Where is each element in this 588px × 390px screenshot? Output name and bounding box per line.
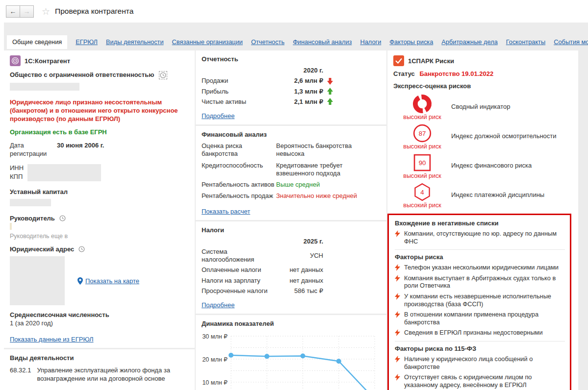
taxes-more-link[interactable]: Подробнее bbox=[202, 301, 234, 309]
history-clock-icon[interactable] bbox=[59, 215, 66, 221]
forward-arrow-icon: → bbox=[24, 7, 30, 15]
lightning-icon bbox=[395, 230, 400, 237]
inn-label: ИНН bbox=[10, 164, 24, 171]
tax-row-label: Налоги на зарплату bbox=[202, 277, 276, 285]
risk-level-text: высокий риск bbox=[403, 114, 441, 121]
reporting-year: 2020 г. bbox=[276, 67, 323, 74]
tax-row: Оплаченные налоги нет данных bbox=[202, 266, 381, 274]
fin-row-value: Выше средней bbox=[276, 181, 381, 189]
lightning-icon bbox=[395, 264, 400, 271]
card-dynamics: Динамика показателей 30 млн ₽20 млн ₽10 … bbox=[196, 315, 386, 390]
tab-link[interactable]: Связанные организации bbox=[172, 38, 243, 49]
tab-link[interactable]: Факторы риска bbox=[389, 38, 433, 49]
activity-description: Управление эксплуатацией жилого фонда за… bbox=[37, 366, 189, 383]
taxes-year: 2025 г. bbox=[276, 238, 323, 245]
reporting-row-label: Продажи bbox=[202, 77, 276, 85]
lightning-icon bbox=[395, 275, 400, 282]
indicator-summary: высокий риск Сводный индикатор bbox=[393, 93, 572, 121]
middle-column: Отчетность 2020 г. Продажи 2,6 млн ₽ При… bbox=[196, 50, 386, 390]
lightning-icon bbox=[395, 293, 400, 300]
risk-factors-115-title: Факторы риска по 115-ФЗ bbox=[395, 345, 565, 352]
lightning-icon bbox=[395, 329, 400, 336]
svg-text:90: 90 bbox=[419, 159, 426, 167]
show-calc-link[interactable]: Показать расчет bbox=[202, 208, 250, 215]
risk-factors-title: Факторы риска bbox=[395, 253, 565, 261]
status-label: Статус bbox=[393, 70, 415, 77]
risk-level-text: высокий риск bbox=[403, 202, 441, 209]
svg-text:20 млн ₽: 20 млн ₽ bbox=[202, 356, 228, 363]
lightning-icon bbox=[395, 311, 400, 318]
history-clock-icon[interactable] bbox=[78, 246, 85, 252]
show-on-map-link[interactable]: Показать на карте bbox=[85, 277, 139, 285]
tab-general-active[interactable]: Общие сведения bbox=[7, 35, 67, 49]
fin-row-value: Значительно ниже средней bbox=[276, 192, 381, 200]
back-button[interactable]: ← bbox=[6, 5, 20, 18]
main-content: Общие сведения ЕГРЮЛВиды деятельностиСвя… bbox=[4, 23, 588, 390]
tab-link[interactable]: Арбитражные дела bbox=[441, 38, 497, 49]
map-pin-icon bbox=[77, 277, 83, 285]
head-note: Руководитель еще в bbox=[10, 233, 189, 240]
reporting-row: Чистые активы 2,1 млн ₽ bbox=[202, 98, 381, 106]
taxes-title: Налоги bbox=[202, 226, 381, 234]
favorite-star-icon[interactable]: ☆ bbox=[42, 6, 50, 17]
reporting-row: Продажи 2,6 млн ₽ bbox=[202, 77, 381, 85]
lightning-icon bbox=[395, 374, 400, 381]
tax-row-value: УСН bbox=[276, 252, 323, 260]
show-egrul-link[interactable]: Показать данные из ЕГРЮЛ bbox=[10, 336, 94, 343]
reporting-row-value: 2,6 млн ₽ bbox=[276, 77, 323, 85]
tab-bar: Общие сведения ЕГРЮЛВиды деятельностиСвя… bbox=[4, 35, 588, 49]
risk-factor-item: Компании, отсутствующие по юр. адресу по… bbox=[395, 230, 565, 245]
tab-link[interactable]: Виды деятельности bbox=[106, 38, 164, 49]
negative-lists-section: Вхождение в негативные списки Компании, … bbox=[395, 216, 565, 249]
fin-row-label: Кредитоспособность bbox=[202, 162, 276, 178]
tab-link[interactable]: ЕГРЮЛ bbox=[76, 38, 98, 49]
fin-row-value: Вероятность банкротства невысока bbox=[276, 142, 381, 158]
egrn-status: Организация есть в базе ЕГРН bbox=[10, 128, 189, 136]
tab-link[interactable]: Отчетность bbox=[251, 38, 284, 49]
indicator-payment-discipline: 4 высокий риск Индекс платежной дисципли… bbox=[393, 181, 572, 209]
org-type: Общество с ограниченной ответственностью bbox=[10, 71, 154, 79]
svg-text:30 млн ₽: 30 млн ₽ bbox=[202, 333, 228, 340]
tax-row: Просроченные налоги 586 тыс ₽ bbox=[202, 287, 381, 295]
reg-date-label: Дата регистрации bbox=[10, 142, 57, 158]
tax-row-value: нет данных bbox=[276, 266, 323, 274]
indicator-label: Сводный индикатор bbox=[451, 103, 511, 110]
risk-level-text: высокий риск bbox=[403, 143, 441, 150]
summary-donut-icon bbox=[411, 93, 434, 115]
risk-factors-section: Факторы риска Телефон указан несколькими… bbox=[395, 249, 565, 341]
payment-discipline-hexagon-icon: 4 bbox=[411, 181, 434, 203]
headcount-label: Среднесписочная численность bbox=[10, 311, 189, 318]
dynamics-line-chart: 30 млн ₽20 млн ₽10 млн ₽-10 млн ₽2016201… bbox=[202, 331, 381, 390]
fin-title: Финансовый анализ bbox=[202, 131, 381, 138]
svg-text:87: 87 bbox=[419, 130, 426, 137]
tab-link[interactable]: Финансовый анализ bbox=[293, 38, 352, 49]
due-diligence-circle-icon: 87 bbox=[411, 122, 434, 145]
risk-factor-item: У компании есть незавершенные исполнител… bbox=[395, 292, 565, 308]
dynamics-title: Динамика показателей bbox=[202, 320, 381, 327]
risk-factor-item: Наличие у юридического лица сообщений о … bbox=[395, 355, 565, 370]
tab-link[interactable]: Госконтракты bbox=[506, 38, 545, 49]
tab-link[interactable]: События мониторинга bbox=[554, 38, 588, 49]
reporting-row-value: 2,1 млн ₽ bbox=[276, 98, 323, 106]
tax-row-value: нет данных bbox=[276, 277, 323, 285]
fin-row-label: Оценка риска банкротства bbox=[202, 142, 276, 158]
lightning-icon bbox=[395, 356, 400, 363]
fin-row: Рентабельность продаж Значительно ниже с… bbox=[202, 192, 381, 200]
headcount-value: 1 (за 2020 год) bbox=[10, 319, 189, 327]
tab-link[interactable]: Налоги bbox=[360, 38, 381, 49]
1c-contractor-icon bbox=[10, 55, 21, 66]
reporting-more-link[interactable]: Подробнее bbox=[202, 112, 234, 120]
trend-arrow-icon bbox=[327, 77, 333, 85]
redacted-capital bbox=[10, 199, 51, 206]
svg-text:10 млн ₽: 10 млн ₽ bbox=[202, 379, 228, 386]
redacted-company-name bbox=[10, 83, 79, 91]
tax-row-label: Оплаченные налоги bbox=[202, 266, 276, 274]
redacted-head-name bbox=[10, 223, 12, 230]
forward-button[interactable]: → bbox=[20, 5, 34, 18]
history-clock-icon[interactable] bbox=[159, 71, 167, 79]
spark-risks-icon bbox=[393, 55, 404, 66]
tax-row: Система налогообложения УСН bbox=[202, 248, 381, 264]
fin-row: Рентабельность активов Выше средней bbox=[202, 181, 381, 189]
fin-row: Кредитоспособность Кредитование требует … bbox=[202, 162, 381, 178]
fin-row: Оценка риска банкротства Вероятность бан… bbox=[202, 142, 381, 158]
